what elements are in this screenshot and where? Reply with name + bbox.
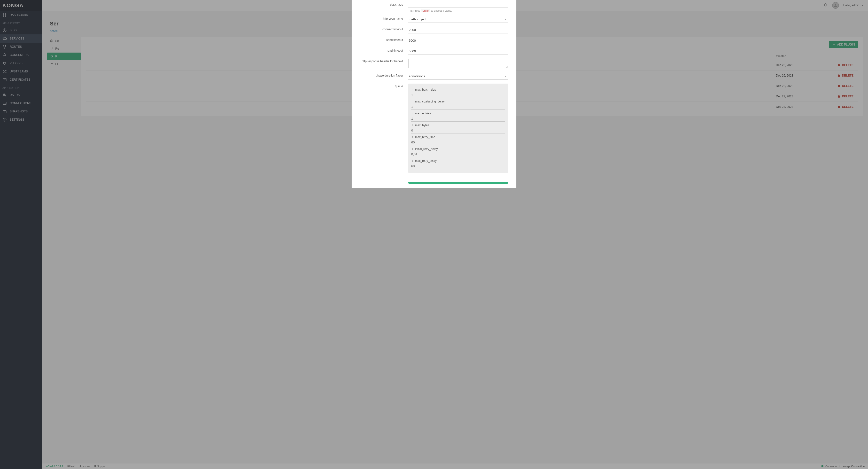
queue-item-header[interactable]: max_coalescing_delay — [411, 98, 505, 104]
queue-item-name: max_entries — [415, 112, 431, 115]
chevron-right-icon — [411, 136, 414, 138]
send-timeout-input[interactable] — [408, 37, 508, 44]
label-http-response-header: http response header for traceid — [360, 59, 408, 63]
read-timeout-input[interactable] — [408, 48, 508, 55]
queue-item-name: initial_retry_delay — [415, 147, 438, 151]
queue-item-name: max_bytes — [415, 124, 429, 127]
label-send-timeout: send timeout — [360, 37, 408, 42]
queue-item-input[interactable] — [411, 104, 505, 110]
label-http-span-name: http span name — [360, 16, 408, 20]
chevron-right-icon — [411, 159, 414, 162]
phase-duration-flavor-select[interactable]: annotations — [408, 73, 508, 80]
queue-item-name: max_batch_size — [415, 88, 436, 91]
queue-item-input[interactable] — [411, 163, 505, 169]
queue-item-header[interactable]: max_retry_delay — [411, 157, 505, 163]
queue-item-header[interactable]: max_batch_size — [411, 86, 505, 92]
queue-item-name: max_retry_time — [415, 135, 435, 139]
label-read-timeout: read timeout — [360, 48, 408, 52]
queue-item-input[interactable] — [411, 116, 505, 122]
chevron-right-icon — [411, 148, 414, 151]
queue-box: max_batch_sizemax_coalescing_delaymax_en… — [408, 84, 508, 173]
queue-item-input[interactable] — [411, 139, 505, 145]
queue-item-header[interactable]: max_entries — [411, 110, 505, 116]
label-static-tags: static tags — [360, 2, 408, 6]
connect-timeout-input[interactable] — [408, 27, 508, 33]
queue-item-header[interactable]: max_retry_time — [411, 133, 505, 139]
label-phase-duration-flavor: phase duration flavor — [360, 73, 408, 77]
plugin-form-modal: static tags Tip: Press Enter to accept a… — [351, 0, 517, 188]
static-tags-input[interactable] — [408, 2, 508, 8]
queue-item-header[interactable]: initial_retry_delay — [411, 145, 505, 151]
queue-item-name: max_coalescing_delay — [415, 100, 444, 103]
label-connect-timeout: connect timeout — [360, 27, 408, 31]
queue-item-input[interactable] — [411, 128, 505, 133]
chevron-right-icon — [411, 124, 414, 127]
chevron-right-icon — [411, 112, 414, 115]
static-tags-tip: Tip: Press Enter to accept a value. — [408, 9, 508, 12]
http-span-name-select[interactable]: method_path — [408, 16, 508, 23]
http-response-header-input[interactable] — [408, 59, 508, 68]
queue-item-input[interactable] — [411, 92, 505, 98]
chevron-right-icon — [411, 88, 414, 91]
queue-item-header[interactable]: max_bytes — [411, 122, 505, 128]
submit-button[interactable] — [408, 182, 508, 184]
queue-item-name: max_retry_delay — [415, 159, 437, 162]
queue-item-input[interactable] — [411, 151, 505, 157]
chevron-right-icon — [411, 100, 414, 103]
label-queue: queue — [360, 84, 408, 88]
